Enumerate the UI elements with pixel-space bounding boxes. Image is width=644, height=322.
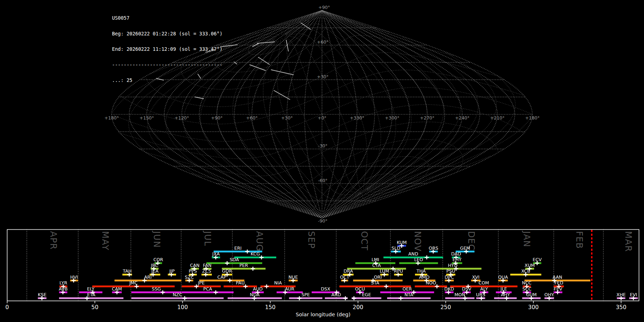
shower-label: JIP xyxy=(169,268,175,274)
shower-bar xyxy=(415,286,447,287)
month-label: SEP xyxy=(306,231,316,249)
shower-label: JPE xyxy=(197,280,205,286)
shower-label: XVI xyxy=(472,274,479,280)
shower-label: AHY xyxy=(501,292,510,297)
shower-label: NIA xyxy=(274,280,282,286)
shower-label: SSG xyxy=(152,286,161,292)
shower-label: STA xyxy=(371,280,380,286)
axis-tick-label: 350 xyxy=(616,304,626,311)
shower-label: SDA xyxy=(230,257,239,262)
shower-bar xyxy=(92,286,175,287)
shower-bar xyxy=(59,297,123,299)
shower-label: DKD xyxy=(444,286,454,292)
shower-bar xyxy=(234,257,276,258)
shower-label: PAU xyxy=(236,280,244,286)
shower-bar xyxy=(131,297,224,299)
month-label: MAY xyxy=(100,231,110,250)
shower-label: PCA xyxy=(203,286,212,292)
month-label: APR xyxy=(48,231,58,250)
shower-label: THA xyxy=(416,268,426,274)
shower-bar xyxy=(352,297,381,299)
axis-tick-label: 250 xyxy=(440,304,451,311)
shower-label: NDA xyxy=(250,292,260,297)
shower-label: CAP xyxy=(217,274,226,280)
axis-tick-label: 100 xyxy=(177,304,188,311)
shower-label: DRA xyxy=(343,268,353,274)
shower-label: AMO xyxy=(419,274,429,280)
shower-bar xyxy=(114,280,181,282)
shower-label: NOO xyxy=(426,280,436,286)
activity-chart: Solar longitude (deg) APRMAYJUNJULAUGSEP… xyxy=(0,0,644,322)
shower-label: ZCS xyxy=(202,268,211,274)
shower-label: ERI xyxy=(234,245,241,251)
shower-label: CAN xyxy=(190,263,200,268)
shower-label: AND xyxy=(408,251,418,257)
shower-bar xyxy=(445,297,474,299)
shower-bar xyxy=(387,297,431,299)
shower-label: FEV xyxy=(554,286,562,292)
axis-tick-label: 50 xyxy=(91,304,98,311)
axis-tick-label: 150 xyxy=(265,304,276,311)
shower-label: TAH xyxy=(122,268,132,274)
shower-label: JEA xyxy=(151,268,159,274)
shower-bar xyxy=(289,297,322,299)
shower-bar xyxy=(182,286,221,287)
shower-label: ELY xyxy=(87,286,94,292)
shower-label: NTA xyxy=(405,292,414,297)
shower-label: EGE xyxy=(362,292,371,297)
shower-label: NZC xyxy=(173,292,182,297)
shower-label: DSX xyxy=(321,286,331,292)
meteor-shower-report: +180°+150°+120°+90°+60°+30°+0°+330°+300°… xyxy=(0,0,644,322)
axis-tick-label: 300 xyxy=(528,304,539,311)
shower-label: ORI xyxy=(374,274,382,280)
shower-bar xyxy=(277,292,303,293)
shower-label: KCG xyxy=(251,251,260,257)
shower-label: PER xyxy=(239,263,248,268)
shower-bar xyxy=(340,286,411,287)
month-label: FEB xyxy=(574,231,584,249)
shower-label: ETA xyxy=(87,292,96,297)
month-label: AUG xyxy=(254,231,264,252)
axis-tick-label: 200 xyxy=(353,304,364,311)
shower-label: AUR xyxy=(285,286,294,292)
x-axis-title: Solar longitude (deg) xyxy=(296,312,350,317)
shower-label: COR xyxy=(153,257,164,262)
shower-label: OER xyxy=(402,286,412,292)
shower-bar xyxy=(224,286,257,287)
shower-label: DPC xyxy=(445,274,454,280)
axis-tick-label: 0 xyxy=(5,304,9,311)
shower-label: JRC xyxy=(151,263,158,268)
shower-label: SPE xyxy=(302,292,310,297)
shower-label: MON xyxy=(454,292,465,297)
shower-label: CTA xyxy=(372,263,381,268)
shower-label: COM xyxy=(478,280,489,286)
month-label: MAR xyxy=(623,231,633,252)
shower-label: URS xyxy=(476,292,486,297)
month-label: NOV xyxy=(413,231,423,252)
shower-label: ARD xyxy=(331,292,341,297)
shower-label: ARI xyxy=(144,274,152,280)
month-label: OCT xyxy=(359,231,369,251)
shower-label: FAN xyxy=(203,263,211,268)
shower-label: LEO xyxy=(414,257,423,262)
month-label: JUL xyxy=(203,230,213,247)
shower-bar xyxy=(206,262,262,264)
shower-label: EHY xyxy=(453,257,462,262)
month-label: JUN xyxy=(152,230,162,248)
shower-bar xyxy=(182,292,234,293)
shower-bar xyxy=(384,257,443,258)
shower-label: GEM xyxy=(460,245,470,251)
month-label: JAN xyxy=(522,230,532,248)
